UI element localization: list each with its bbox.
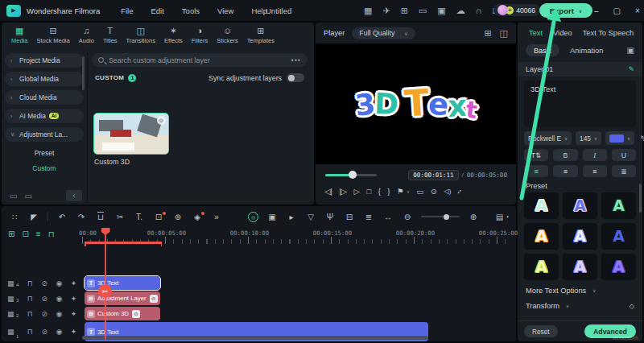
text-tool-icon[interactable]: T. — [134, 213, 145, 221]
tab-templates[interactable]: ⊞Templates — [247, 26, 275, 48]
keyframe-icon[interactable]: ◈ — [192, 213, 203, 221]
nav-global-media[interactable]: ›Global Media — [5, 72, 84, 86]
font-size-dropdown[interactable]: 145∨ — [576, 131, 601, 145]
underline-button[interactable]: U — [612, 149, 636, 161]
export-button[interactable]: Export ∨ — [539, 3, 592, 18]
menu-tools[interactable]: Tools — [182, 6, 200, 15]
transform-section[interactable]: Transform ∨ ◇ — [526, 302, 634, 310]
nav-ai-media[interactable]: ›AI MediaAI — [5, 109, 84, 123]
lock-icon[interactable]: ⊓ — [27, 295, 33, 303]
tab-animation[interactable]: Animation — [570, 47, 603, 55]
align-center-button[interactable]: ≡ — [553, 165, 577, 177]
undo-icon[interactable]: ↶ — [56, 213, 68, 221]
crop-icon[interactable]: ⊡ — [153, 213, 164, 221]
stop-icon[interactable]: □ — [366, 187, 371, 196]
tab-video[interactable]: Video — [553, 29, 572, 37]
cloud-upload-icon[interactable]: ☁ — [456, 6, 465, 16]
nav-adjustment-layer[interactable]: ∨Adjustment La... — [5, 127, 84, 142]
timeline-ruler[interactable]: ⊞ ⊡ ≡ ⊓ 00:00 00:00:05:00 00:00:10:00 00… — [2, 229, 516, 245]
preset-tile[interactable]: A — [563, 254, 597, 280]
clip-custom-3d[interactable]: ⊟ Custom 3D ⊙ — [85, 307, 160, 320]
nav-scrollbar[interactable] — [82, 56, 85, 90]
audio-mixer-icon[interactable]: ≣ — [363, 213, 374, 221]
preset-tile[interactable]: A — [601, 223, 636, 250]
restore-button[interactable]: ▢ — [613, 6, 621, 15]
eyedropper-icon[interactable]: ✐ — [639, 134, 644, 141]
align-left-button[interactable]: ≡ — [524, 165, 548, 177]
mute-icon[interactable]: ⊘ — [41, 295, 47, 303]
tab-transitions[interactable]: ◫Transitions — [126, 26, 155, 48]
nav-cloud-media[interactable]: ›Cloud Media — [5, 90, 84, 105]
prev-frame-icon[interactable]: ◁| — [324, 187, 332, 196]
share-icon[interactable]: ✈ — [382, 6, 390, 16]
text-orientation-button[interactable]: T⇅ — [524, 149, 548, 161]
tab-titles[interactable]: TTitles — [103, 26, 118, 48]
paste-icon[interactable]: ⊞ — [8, 229, 14, 238]
video-preview[interactable]: 3 D T e x t — [316, 43, 516, 164]
mirror-display-icon[interactable]: ▭ — [417, 187, 424, 196]
magnet-icon[interactable]: ⊓ — [48, 229, 55, 238]
timecode-current[interactable]: 00:00:01:11 — [408, 170, 458, 180]
track-manage-button[interactable]: ▤ ▾ — [496, 213, 509, 221]
preset-tile[interactable]: A — [524, 192, 559, 219]
search-input[interactable] — [109, 56, 287, 64]
timeline-horizontal-scrollbar[interactable] — [82, 336, 428, 340]
save-icon[interactable]: ▣ — [437, 6, 445, 16]
folder-add-icon[interactable]: ▭ — [24, 192, 31, 200]
avatar[interactable] — [497, 5, 508, 15]
preset-tile[interactable]: A — [601, 192, 636, 219]
sync-toggle[interactable] — [287, 73, 304, 82]
font-family-dropdown[interactable]: Rockwell E∨ — [524, 131, 572, 145]
auto-caption-icon[interactable]: ⊟ — [344, 213, 355, 221]
timeline-zoom-slider[interactable] — [421, 216, 460, 217]
tab-text[interactable]: Text — [529, 29, 543, 37]
mute-icon[interactable]: ⊘ — [41, 310, 47, 318]
mark-in-icon[interactable]: { — [378, 187, 381, 196]
track-stack-icon[interactable]: ≡ — [36, 229, 41, 238]
wand-icon[interactable]: ✦ — [71, 279, 77, 287]
fullscreen-icon[interactable]: ↕ — [456, 187, 464, 196]
tab-audio[interactable]: ♫Audio — [79, 26, 94, 48]
volume-icon[interactable]: ◁) — [444, 188, 452, 195]
nav-preset[interactable]: Preset — [5, 149, 84, 157]
seek-bar[interactable] — [325, 174, 377, 176]
nav-custom[interactable]: Custom — [5, 164, 84, 172]
reset-button[interactable]: Reset — [524, 325, 558, 337]
save-preset-icon[interactable]: ▣ — [627, 46, 634, 55]
boundary-icon[interactable]: ▽ — [305, 213, 316, 221]
layer-row[interactable]: Layer 01 ✎ — [518, 62, 642, 76]
menu-file[interactable]: File — [121, 6, 133, 15]
preset-tile[interactable]: A — [563, 223, 597, 250]
tab-text-to-speech[interactable]: Text To Speech — [583, 29, 634, 37]
toolbox-icon[interactable]: ∷ — [9, 213, 20, 221]
split-icon[interactable]: ✂ — [114, 213, 126, 221]
zoom-in-icon[interactable]: ⊕ — [468, 213, 479, 221]
more-tools-icon[interactable]: » — [211, 213, 222, 221]
mark-out-icon[interactable]: } — [387, 187, 390, 196]
keyframe-icon[interactable]: ◇ — [630, 303, 634, 310]
lock-icon[interactable]: ⊓ — [27, 310, 33, 318]
hide-icon[interactable]: ◉ — [56, 279, 62, 287]
gift-icon[interactable]: ▦ — [364, 6, 372, 16]
play-icon[interactable]: ▷ — [354, 187, 360, 196]
preset-tile[interactable]: A — [601, 254, 636, 280]
text-content-input[interactable]: 3D Text — [524, 81, 636, 127]
thumbnail-action-icon[interactable]: ⊙ — [157, 116, 166, 125]
seek-handle[interactable] — [349, 171, 357, 179]
align-justify-button[interactable]: ≣ — [612, 165, 636, 177]
hide-icon[interactable]: ◉ — [56, 310, 62, 318]
nav-project-media[interactable]: ›Project Media — [5, 53, 84, 68]
chevron-down-icon[interactable]: ∨ — [579, 8, 582, 14]
edit-pen-icon[interactable]: ✎ — [628, 65, 634, 73]
ai-portrait-icon[interactable]: ◎ — [248, 212, 258, 222]
italic-button[interactable]: I — [583, 149, 607, 161]
export-frame-icon[interactable]: ⊞ — [401, 6, 408, 16]
close-button[interactable]: × — [635, 6, 640, 15]
tab-basic[interactable]: Basic — [526, 44, 559, 56]
clip-adjustment-layer[interactable]: ⊟ Adjustment Layer ⊙ — [85, 291, 160, 305]
display-icon[interactable]: ▭ — [419, 6, 427, 16]
clip-3d-text[interactable]: T 3D Text — [85, 276, 160, 290]
chroma-key-icon[interactable]: ⊚ — [172, 213, 184, 221]
voiceover-icon[interactable]: Ψ — [324, 213, 336, 221]
panel-scrollbar[interactable] — [639, 184, 642, 213]
